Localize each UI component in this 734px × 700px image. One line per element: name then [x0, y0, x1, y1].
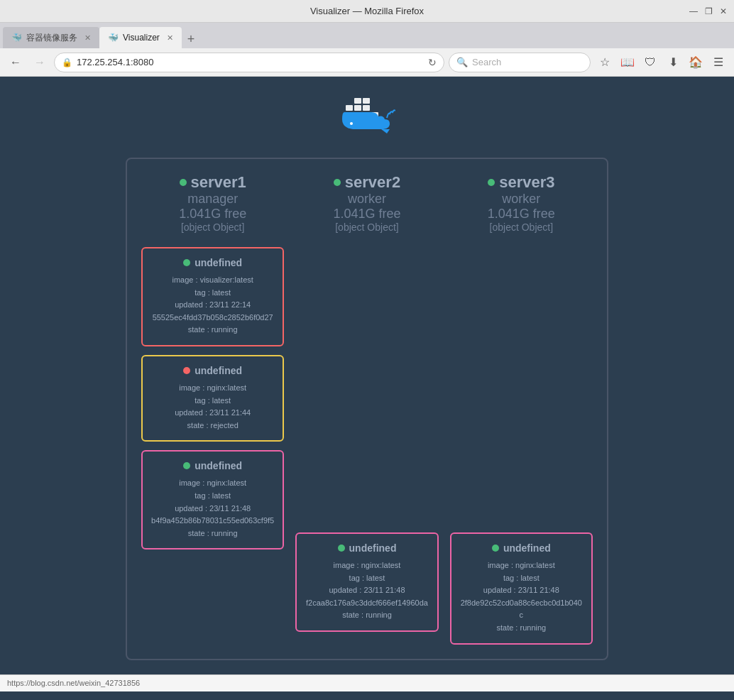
server3-header: server3 worker 1.041G free [object Objec… [450, 173, 593, 233]
server1-header: server1 manager 1.041G free [object Obje… [141, 173, 284, 233]
window-controls: — ❐ ✕ [689, 6, 727, 16]
server2-empty-area [295, 247, 438, 524]
restore-button[interactable]: ❐ [705, 6, 713, 16]
visualizer-container: server1 manager 1.041G free [object Obje… [126, 158, 608, 660]
server2-c1-details: image : nginx:latest tag : latest update… [305, 559, 428, 622]
server1-name-text: server1 [191, 173, 246, 192]
server1-free: 1.041G free [141, 207, 284, 222]
shield-button[interactable]: 🛡 [640, 53, 660, 72]
server-column-1: server1 manager 1.041G free [object Obje… [141, 173, 284, 645]
tab-close-visualizer[interactable]: ✕ [167, 33, 173, 43]
s1c2-status-dot [183, 367, 190, 374]
svg-rect-4 [346, 105, 353, 111]
status-bar: https://blog.csdn.net/weixin_42731856 [0, 674, 734, 691]
servers-grid: server1 manager 1.041G free [object Obje… [141, 173, 593, 645]
server3-container-1: undefined image : nginx:latest tag : lat… [450, 532, 593, 645]
home-button[interactable]: 🏠 [686, 53, 706, 72]
server3-name: server3 [450, 173, 593, 192]
download-button[interactable]: ⬇ [663, 53, 683, 72]
server1-role: manager [141, 192, 284, 207]
server3-obj: [object Object] [450, 222, 593, 233]
s1c1-status-dot [183, 259, 190, 266]
server2-obj: [object Object] [295, 222, 438, 233]
server3-free: 1.041G free [450, 207, 593, 222]
server1-container-2: undefined image : nginx:latest tag : lat… [141, 355, 284, 442]
svg-rect-7 [354, 98, 361, 104]
server-column-3: server3 worker 1.041G free [object Objec… [450, 173, 593, 645]
tab-container-service[interactable]: 🐳 容器镜像服务 ✕ [3, 27, 99, 48]
browser-titlebar: Visualizer — Mozilla Firefox — ❐ ✕ [0, 0, 734, 23]
tab-label-visualizer: Visualizer [123, 33, 160, 43]
s1c3-status-dot [183, 462, 190, 469]
server2-container-1: undefined image : nginx:latest tag : lat… [295, 532, 438, 632]
svg-rect-8 [363, 98, 370, 104]
url-text: 172.25.254.1:8080 [77, 57, 424, 67]
close-button[interactable]: ✕ [720, 6, 727, 16]
tab-visualizer[interactable]: 🐳 Visualizer ✕ [99, 27, 182, 48]
server1-c3-details: image : nginx:latest tag : latest update… [151, 477, 274, 540]
server2-header: server2 worker 1.041G free [object Objec… [295, 173, 438, 233]
bookmark-star-button[interactable]: ☆ [595, 53, 615, 72]
minimize-button[interactable]: — [689, 6, 698, 16]
back-button[interactable]: ← [6, 53, 26, 72]
server1-c3-title: undefined [151, 460, 274, 471]
tab-icon-visualizer: 🐳 [108, 33, 119, 43]
reading-mode-button[interactable]: 📖 [618, 53, 637, 72]
server1-c1-title: undefined [151, 257, 274, 268]
search-icon: 🔍 [456, 57, 468, 67]
tab-icon-container: 🐳 [11, 33, 22, 43]
server1-obj: [object Object] [141, 222, 284, 233]
page-content: server1 manager 1.041G free [object Obje… [0, 77, 734, 674]
docker-logo [339, 98, 395, 143]
svg-rect-5 [354, 105, 361, 111]
server-column-2: server2 worker 1.041G free [object Objec… [295, 173, 438, 645]
server2-free: 1.041G free [295, 207, 438, 222]
address-bar[interactable]: 🔒 172.25.254.1:8080 ↻ [54, 53, 444, 72]
server1-container-1: undefined image : visualizer:latest tag … [141, 247, 284, 346]
tab-label-container: 容器镜像服务 [26, 32, 77, 44]
search-bar[interactable]: 🔍 Search [449, 53, 591, 72]
server2-status-dot [334, 179, 341, 186]
server2-role: worker [295, 192, 438, 207]
forward-button[interactable]: → [30, 53, 50, 72]
s3c1-status-dot [492, 545, 499, 552]
new-tab-button[interactable]: + [182, 32, 201, 47]
server1-c2-details: image : nginx:latest tag : latest update… [151, 382, 274, 432]
server1-c1-details: image : visualizer:latest tag : latest u… [151, 274, 274, 337]
menu-button[interactable]: ☰ [708, 53, 728, 72]
status-url: https://blog.csdn.net/weixin_42731856 [7, 679, 140, 687]
server3-c1-title: undefined [460, 542, 583, 554]
server2-name-text: server2 [345, 173, 400, 192]
server1-name: server1 [141, 173, 284, 192]
reload-icon[interactable]: ↻ [428, 57, 437, 68]
browser-tabs: 🐳 容器镜像服务 ✕ 🐳 Visualizer ✕ + [0, 23, 734, 48]
tab-close-container[interactable]: ✕ [84, 33, 91, 43]
search-placeholder: Search [472, 57, 501, 67]
server3-c1-details: image : nginx:latest tag : latest update… [460, 559, 583, 635]
server1-status-dot [180, 179, 187, 186]
server3-name-text: server3 [499, 173, 554, 192]
server3-role: worker [450, 192, 593, 207]
browser-toolbar: ← → 🔒 172.25.254.1:8080 ↻ 🔍 Search ☆ 📖 🛡… [0, 48, 734, 77]
toolbar-icons: ☆ 📖 🛡 ⬇ 🏠 ☰ [595, 53, 728, 72]
browser-title: Visualizer — Mozilla Firefox [310, 6, 424, 16]
server1-c2-title: undefined [151, 365, 274, 376]
svg-point-9 [350, 122, 353, 125]
s2c1-status-dot [338, 545, 345, 552]
svg-rect-6 [363, 105, 370, 111]
server2-c1-title: undefined [305, 542, 428, 554]
server3-empty-area [450, 247, 593, 524]
server2-name: server2 [295, 173, 438, 192]
server3-status-dot [488, 179, 495, 186]
lock-icon: 🔒 [62, 58, 72, 67]
server1-container-3: undefined image : nginx:latest tag : lat… [141, 450, 284, 549]
